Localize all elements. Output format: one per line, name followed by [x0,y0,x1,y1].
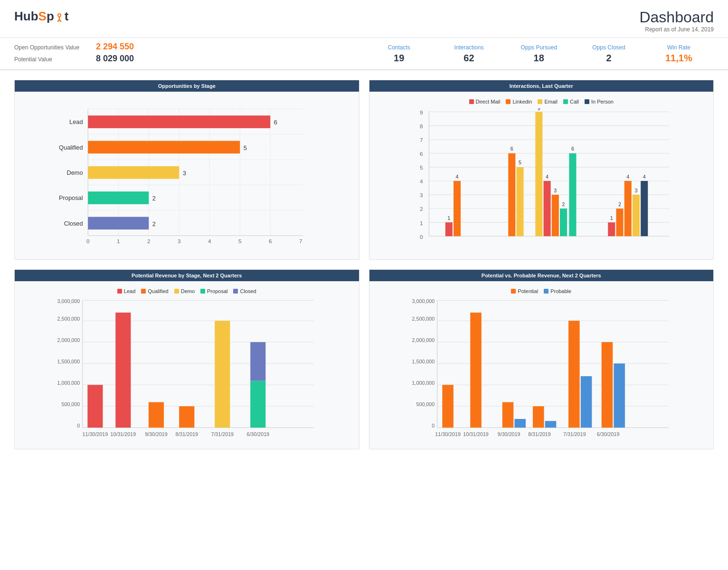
svg-text:3: 3 [178,238,181,244]
legend3-closed: Closed [233,288,256,294]
bar-4-8-potential [533,406,544,428]
svg-text:3: 3 [183,170,186,177]
svg-rect-80 [624,181,631,236]
report-date: Report as of June 14, 2019 [639,26,714,33]
svg-text:4: 4 [626,174,629,180]
svg-rect-72 [560,209,567,236]
bar-7-31-demo [215,321,230,428]
svg-text:10/31/2019: 10/31/2019 [463,431,489,437]
legend-dot-linkedin [506,99,511,104]
contacts-header: Contacts [364,44,434,51]
opps-closed-col: Opps Closed 2 [574,44,643,64]
svg-rect-68 [543,181,550,236]
svg-text:1: 1 [117,238,120,244]
potential-label: Potential Value [14,56,90,63]
svg-text:2,500,000: 2,500,000 [412,316,435,322]
bar-9-30-qualified [149,402,164,428]
svg-text:2,000,000: 2,000,000 [57,337,80,343]
legend4-probable: Probable [544,288,571,294]
svg-text:3,000,000: 3,000,000 [57,298,80,304]
svg-text:6: 6 [510,146,513,152]
svg-text:2,000,000: 2,000,000 [412,337,435,343]
legend3-demo: Demo [174,288,195,294]
svg-rect-60 [454,181,461,236]
open-opps-metric: Open Opportunities Value 2 294 550 [14,42,364,52]
chart-interactions: Interactions, Last Quarter Direct Mail L… [369,80,714,260]
chart4-svg: 0 500,000 1,000,000 1,500,000 2,000,000 … [377,298,707,440]
opps-pursued-header: Opps Pursued [504,44,574,51]
svg-text:8/31/2019: 8/31/2019 [528,431,551,437]
chart3-svg: 0 500,000 1,000,000 1,500,000 2,000,000 … [22,298,352,440]
charts-row-1: Opportunities by Stage Lead Qualified De… [0,70,728,265]
svg-text:500,000: 500,000 [62,401,80,407]
svg-rect-62 [508,153,515,236]
svg-point-1 [58,14,60,16]
svg-text:1: 1 [419,220,423,227]
svg-text:3,000,000: 3,000,000 [412,298,435,304]
svg-text:1,000,000: 1,000,000 [412,380,435,386]
interactions-value: 62 [434,53,504,64]
svg-text:4/30/2019: 4/30/2019 [616,240,641,241]
bar-4-6-probable [614,363,625,428]
svg-text:6: 6 [274,119,277,126]
svg-text:3: 3 [634,188,637,193]
bar-4-11-potential [442,385,454,428]
chart3-header: Potential Revenue by Stage, Next 2 Quart… [15,270,359,281]
svg-rect-70 [551,195,558,236]
svg-text:8: 8 [419,123,423,130]
bar-4-7-probable [580,376,592,428]
svg-text:4: 4 [455,174,458,180]
chart1-header: Opportunities by Stage [15,80,359,92]
win-rate-header: Win Rate [644,44,714,51]
legend-dot-in-person [585,99,589,104]
potential-value: 8 029 000 [96,54,134,64]
svg-text:11/30/2019: 11/30/2019 [435,431,461,437]
svg-line-3 [57,20,59,22]
svg-text:1: 1 [447,215,450,221]
svg-rect-82 [632,195,639,236]
opps-pursued-col: Opps Pursued 18 [504,44,574,64]
metrics-bar: Open Opportunities Value 2 294 550 Poten… [0,38,728,70]
svg-text:2: 2 [618,201,621,207]
dashboard-title: Dashboard Report as of June 14, 2019 [639,9,714,33]
bar-4-6-potential [601,342,613,428]
chart4-legend: Potential Probable [377,288,707,294]
svg-text:Qualified: Qualified [59,144,83,151]
chart2-svg: 0 1 2 3 4 5 6 7 8 9 10 [377,108,707,241]
legend-in-person: In Person [585,99,614,104]
chart3-legend: Lead Qualified Demo Proposal Closed [22,288,352,294]
svg-text:0: 0 [86,238,90,244]
bar-4-9-probable [514,419,526,428]
svg-text:Demo: Demo [66,169,83,176]
bar-4-8-probable [545,421,556,428]
chart2-header: Interactions, Last Quarter [369,80,714,92]
contacts-col: Contacts 19 [364,44,434,64]
svg-text:4: 4 [643,174,645,180]
page-header: HubSpt Dashboard Report as of June 14, 2… [0,0,728,38]
bar-qualified [88,141,240,154]
legend3-proposal: Proposal [200,288,227,294]
svg-rect-64 [516,167,523,236]
svg-rect-84 [641,181,648,236]
chart-potential-vs-probable: Potential vs. Probable Revenue, Next 2 Q… [369,269,714,449]
svg-rect-66 [535,112,542,237]
contacts-value: 19 [364,53,434,64]
metrics-right: Contacts 19 Interactions 62 Opps Pursued… [364,44,714,64]
dashboard-heading: Dashboard [639,9,714,26]
legend-dot-email [538,99,542,104]
svg-text:6/14/2019: 6/14/2019 [442,240,467,241]
legend-dot-call [563,99,568,104]
legend-call: Call [563,99,579,104]
bar-4-10-potential [470,313,482,428]
opps-closed-value: 2 [574,53,643,64]
svg-text:9: 9 [419,109,423,116]
legend-dot-direct-mail [469,99,474,104]
svg-text:5/31/2019: 5/31/2019 [526,240,551,241]
svg-text:0: 0 [419,234,423,240]
svg-text:6: 6 [269,238,272,244]
chart4-header: Potential vs. Probable Revenue, Next 2 Q… [369,270,714,281]
chart1-svg: Lead Qualified Demo Proposal Closed 0 1 … [22,99,352,251]
opps-pursued-value: 18 [504,53,574,64]
charts-row-2: Potential Revenue by Stage, Next 2 Quart… [0,265,728,459]
svg-text:7/31/2019: 7/31/2019 [563,431,586,437]
